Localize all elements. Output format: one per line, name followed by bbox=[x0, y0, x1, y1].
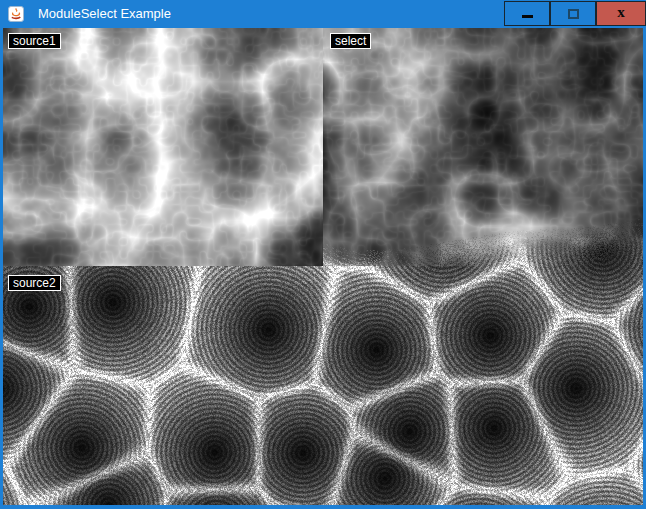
java-coffee-cup-icon[interactable] bbox=[8, 6, 24, 22]
select-label: select bbox=[330, 33, 371, 49]
close-button[interactable]: x bbox=[596, 1, 646, 26]
window-title: ModuleSelect Example bbox=[38, 0, 171, 28]
client-area: source1 select source2 bbox=[3, 28, 643, 505]
maximize-icon bbox=[568, 9, 579, 19]
app-window: ModuleSelect Example x source1 select so… bbox=[0, 0, 646, 509]
maximize-button[interactable] bbox=[550, 1, 596, 26]
minimize-icon bbox=[522, 15, 533, 18]
source1-label: source1 bbox=[8, 33, 61, 49]
minimize-button[interactable] bbox=[504, 1, 550, 26]
titlebar[interactable]: ModuleSelect Example x bbox=[0, 0, 646, 28]
source2-preview-canvas bbox=[3, 266, 643, 505]
source1-preview-canvas bbox=[3, 28, 323, 266]
source2-label: source2 bbox=[8, 275, 61, 291]
close-icon: x bbox=[617, 5, 625, 20]
